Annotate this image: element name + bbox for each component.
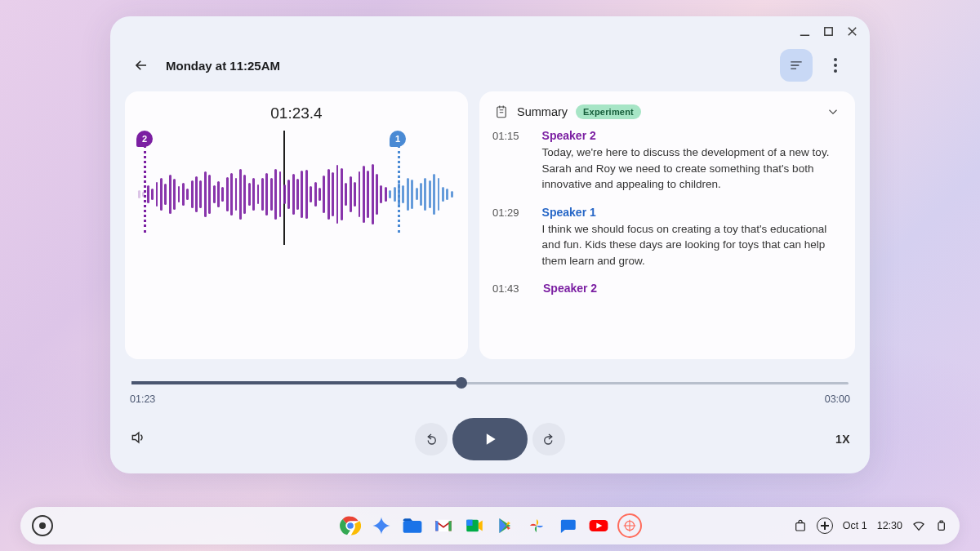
maximize-icon (822, 25, 835, 38)
taskbar: Oct 1 12:30 (20, 507, 960, 544)
back-button[interactable] (128, 52, 154, 78)
photos-icon[interactable] (524, 513, 549, 538)
play-button[interactable] (452, 418, 528, 460)
transcript-speaker: Speaker 2 (543, 282, 597, 295)
transcript-view-button[interactable] (780, 49, 813, 82)
play-icon (482, 431, 498, 447)
gemini-app-icon[interactable] (369, 513, 394, 538)
forward-icon (541, 432, 556, 447)
button-row: 1X (128, 418, 852, 460)
maximize-button[interactable] (822, 25, 835, 41)
transcript-timestamp: 01:43 (492, 282, 527, 297)
playback-controls: 01:23 03:00 1X (110, 371, 870, 473)
close-button[interactable] (846, 25, 858, 41)
forward-button[interactable] (532, 423, 565, 455)
progress-knob[interactable] (456, 377, 467, 389)
svg-marker-23 (479, 521, 483, 531)
summary-header[interactable]: Summary Experiment (492, 101, 842, 129)
time-row: 01:23 03:00 (128, 393, 852, 405)
battery-icon[interactable] (935, 519, 948, 532)
launcher-icon (39, 522, 46, 529)
taskbar-date[interactable]: Oct 1 (843, 520, 867, 531)
total-time: 03:00 (825, 393, 850, 405)
summary-icon (494, 104, 509, 119)
transcript-timestamp: 01:29 (492, 206, 526, 269)
transcript-list: 01:15Speaker 2Today, we're here to discu… (492, 129, 842, 359)
summary-label: Summary (517, 105, 568, 118)
taskbar-time[interactable]: 12:30 (877, 520, 902, 531)
files-app-icon[interactable] (400, 513, 425, 538)
transcript-row[interactable]: 01:15Speaker 2Today, we're here to discu… (492, 129, 842, 193)
chrome-icon[interactable] (338, 513, 363, 538)
progress-bar[interactable] (131, 377, 849, 389)
chevron-down-icon (826, 104, 840, 119)
transcript-row[interactable]: 01:43Speaker 2 (492, 282, 842, 297)
svg-rect-20 (435, 521, 438, 531)
play-store-icon[interactable] (493, 513, 518, 538)
svg-rect-32 (940, 521, 942, 522)
progress-fill (131, 381, 461, 384)
launcher-button[interactable] (32, 515, 53, 536)
svg-rect-18 (403, 521, 422, 533)
transcript-row[interactable]: 01:29Speaker 1I think we should focus on… (492, 206, 842, 269)
youtube-icon[interactable] (586, 513, 611, 538)
waveform[interactable]: 2 1 (138, 131, 455, 245)
close-icon (846, 25, 858, 38)
rewind-icon (424, 432, 439, 447)
minimize-button[interactable] (799, 25, 811, 41)
timecode: 01:23.4 (138, 104, 455, 122)
transcript-text: Today, we're here to discuss the develop… (542, 144, 842, 193)
more-vert-icon (829, 58, 842, 73)
transcript-speaker: Speaker 2 (542, 129, 842, 142)
add-button[interactable] (817, 518, 833, 534)
app-window: Monday at 11:25AM 01:23.4 2 1 (110, 16, 870, 473)
gmail-icon[interactable] (431, 513, 456, 538)
pinned-apps (338, 513, 642, 538)
titlebar (110, 16, 870, 49)
text-lines-icon (788, 57, 804, 73)
svg-rect-1 (825, 27, 832, 34)
header: Monday at 11:25AM (110, 49, 870, 91)
tote-icon[interactable] (794, 519, 807, 532)
waveform-panel: 01:23.4 2 1 (125, 91, 468, 359)
volume-icon (130, 429, 146, 446)
svg-rect-31 (938, 522, 944, 530)
svg-rect-24 (466, 520, 472, 526)
experiment-badge: Experiment (576, 104, 641, 119)
transcript-speaker: Speaker 1 (542, 206, 842, 219)
svg-rect-21 (449, 521, 452, 531)
crosshair-app-icon[interactable] (617, 513, 642, 538)
minimize-icon (799, 25, 811, 38)
more-options-button[interactable] (819, 49, 852, 82)
arrow-left-icon (134, 58, 149, 73)
recording-title: Monday at 11:25AM (166, 59, 280, 73)
wifi-icon[interactable] (912, 519, 925, 532)
svg-marker-14 (487, 433, 496, 444)
playback-speed-button[interactable]: 1X (835, 433, 850, 446)
transcript-timestamp: 01:15 (492, 129, 526, 193)
transcript-text: I think we should focus on creating a to… (542, 221, 842, 269)
volume-button[interactable] (130, 429, 146, 449)
header-actions (780, 49, 852, 82)
content-area: 01:23.4 2 1 Summary Experiment 01:15Spea… (110, 91, 870, 371)
messages-icon[interactable] (555, 513, 580, 538)
svg-rect-30 (796, 523, 805, 531)
elapsed-time: 01:23 (130, 393, 155, 405)
rewind-button[interactable] (415, 423, 448, 455)
svg-marker-13 (132, 433, 139, 442)
meet-icon[interactable] (462, 513, 487, 538)
transcript-panel: Summary Experiment 01:15Speaker 2Today, … (479, 91, 855, 359)
